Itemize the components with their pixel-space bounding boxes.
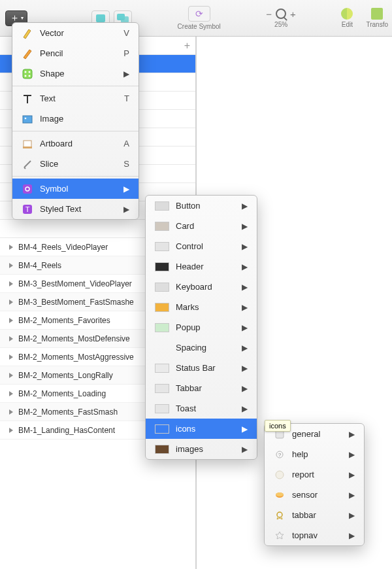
create-symbol-label: Create Symbol xyxy=(178,23,221,30)
menu-item-report[interactable]: report▶ xyxy=(265,464,364,485)
zoom-in-button[interactable]: + xyxy=(290,9,296,20)
menu-item-shortcut: P xyxy=(123,48,129,58)
svg-point-15 xyxy=(276,471,284,479)
submenu-arrow-icon: ▶ xyxy=(242,303,248,312)
menu-item-label: topnav xyxy=(292,530,318,540)
pencil-icon xyxy=(22,48,33,60)
menu-item-label: report xyxy=(292,470,314,479)
symbol-icon xyxy=(22,183,33,195)
help-icon: ? xyxy=(274,449,286,460)
disclosure-triangle-icon[interactable] xyxy=(9,391,13,396)
menu-item-icons[interactable]: icons▶ xyxy=(146,419,257,439)
tabbar-icon xyxy=(274,509,286,521)
disclosure-triangle-icon[interactable] xyxy=(9,373,13,378)
create-symbol-button[interactable]: ⟳ xyxy=(188,6,210,22)
svg-rect-0 xyxy=(23,69,32,78)
add-page-button[interactable]: + xyxy=(184,40,190,52)
menu-item-label: Marks xyxy=(176,302,199,312)
menu-item-label: general xyxy=(292,429,320,439)
menu-thumb-icon xyxy=(155,262,169,271)
menu-item-images[interactable]: images▶ xyxy=(146,439,257,459)
menu-item-header[interactable]: Header▶ xyxy=(146,256,257,277)
styled-icon: T xyxy=(22,203,33,215)
menu-item-label: Image xyxy=(40,114,63,124)
layer-name: BM-2_Moments_Favorites xyxy=(18,316,110,325)
menu-item-slice[interactable]: SliceS xyxy=(12,154,139,174)
topnav-icon xyxy=(274,530,286,542)
submenu-arrow-icon: ▶ xyxy=(242,242,248,251)
disclosure-triangle-icon[interactable] xyxy=(9,409,13,415)
menu-item-shape[interactable]: Shape▶ xyxy=(12,63,139,84)
menu-item-topnav[interactable]: topnav▶ xyxy=(265,525,364,545)
disclosure-triangle-icon[interactable] xyxy=(9,318,13,323)
menu-item-tabbar[interactable]: Tabbar▶ xyxy=(146,378,257,398)
menu-item-image[interactable]: Image xyxy=(12,109,139,129)
menu-item-label: Symbol xyxy=(40,184,68,194)
menu-item-label: sensor xyxy=(292,490,318,500)
svg-point-18 xyxy=(277,512,282,517)
submenu-arrow-icon: ▶ xyxy=(349,470,355,479)
svg-point-2 xyxy=(29,71,31,73)
menu-item-styled-text[interactable]: TStyled Text▶ xyxy=(12,199,139,219)
disclosure-triangle-icon[interactable] xyxy=(9,336,13,341)
disclosure-triangle-icon[interactable] xyxy=(9,263,13,268)
svg-point-6 xyxy=(25,117,27,119)
menu-item-label: help xyxy=(292,449,308,459)
menu-item-button[interactable]: Button▶ xyxy=(146,196,257,216)
menu-item-toast[interactable]: Toast▶ xyxy=(146,398,257,419)
transform-button[interactable] xyxy=(371,8,383,20)
zoom-group: − + 25% xyxy=(266,9,296,28)
menu-item-keyboard[interactable]: Keyboard▶ xyxy=(146,277,257,297)
menu-item-label: Spacing xyxy=(176,343,206,353)
zoom-level: 25% xyxy=(274,21,287,28)
insert-menu: VectorVPencilPShape▶TextTImageArtboardAS… xyxy=(12,22,139,220)
menu-item-spacing[interactable]: Spacing▶ xyxy=(146,337,257,358)
submenu-arrow-icon: ▶ xyxy=(123,184,129,194)
edit-button[interactable] xyxy=(341,8,353,20)
menu-item-label: Slice xyxy=(40,159,58,169)
menu-item-status-bar[interactable]: Status Bar▶ xyxy=(146,358,257,378)
submenu-arrow-icon: ▶ xyxy=(349,511,355,520)
layer-name: BM-2_Moments_Loading xyxy=(18,389,106,398)
edit-group: Edit xyxy=(341,8,353,28)
layer-name: BM-4_Reels_VideoPlayer xyxy=(18,243,108,252)
menu-item-label: Popup xyxy=(176,322,201,332)
menu-item-marks[interactable]: Marks▶ xyxy=(146,297,257,317)
menu-thumb-icon xyxy=(155,445,169,454)
menu-item-label: Toast xyxy=(176,404,196,413)
zoom-out-button[interactable]: − xyxy=(266,9,272,20)
submenu-arrow-icon: ▶ xyxy=(242,323,248,332)
menu-item-label: Keyboard xyxy=(176,282,212,292)
text-icon xyxy=(22,93,33,105)
menu-item-card[interactable]: Card▶ xyxy=(146,216,257,236)
menu-item-sensor[interactable]: sensor▶ xyxy=(265,485,364,505)
menu-item-label: Artboard xyxy=(40,139,73,148)
menu-item-tabbar[interactable]: tabbar▶ xyxy=(265,505,364,525)
edit-label: Edit xyxy=(342,21,353,28)
submenu-arrow-icon: ▶ xyxy=(242,262,248,271)
menu-item-symbol[interactable]: Symbol▶ xyxy=(12,179,139,199)
menu-item-popup[interactable]: Popup▶ xyxy=(146,317,257,337)
menu-item-label: tabbar xyxy=(292,510,316,520)
disclosure-triangle-icon[interactable] xyxy=(9,245,13,250)
menu-item-artboard[interactable]: ArtboardA xyxy=(12,133,139,154)
submenu-arrow-icon: ▶ xyxy=(242,404,248,413)
submenu-arrow-icon: ▶ xyxy=(242,445,248,454)
menu-item-text[interactable]: TextT xyxy=(12,88,139,109)
menu-item-label: Card xyxy=(176,221,194,231)
disclosure-triangle-icon[interactable] xyxy=(9,300,13,305)
menu-item-shortcut: A xyxy=(123,139,129,148)
menu-item-pencil[interactable]: PencilP xyxy=(12,43,139,63)
disclosure-triangle-icon[interactable] xyxy=(9,354,13,360)
menu-item-vector[interactable]: VectorV xyxy=(12,23,139,43)
submenu-arrow-icon: ▶ xyxy=(349,430,355,439)
disclosure-triangle-icon[interactable] xyxy=(9,428,13,433)
menu-item-control[interactable]: Control▶ xyxy=(146,236,257,256)
submenu-arrow-icon: ▶ xyxy=(242,384,248,393)
transform-group: Transfo xyxy=(366,8,388,28)
symbol-submenu: Button▶Card▶Control▶Header▶Keyboard▶Mark… xyxy=(145,195,257,460)
submenu-arrow-icon: ▶ xyxy=(242,343,248,353)
menu-item-shortcut: V xyxy=(123,28,129,38)
disclosure-triangle-icon[interactable] xyxy=(9,281,13,286)
menu-item-help[interactable]: ?help▶ xyxy=(265,444,364,464)
